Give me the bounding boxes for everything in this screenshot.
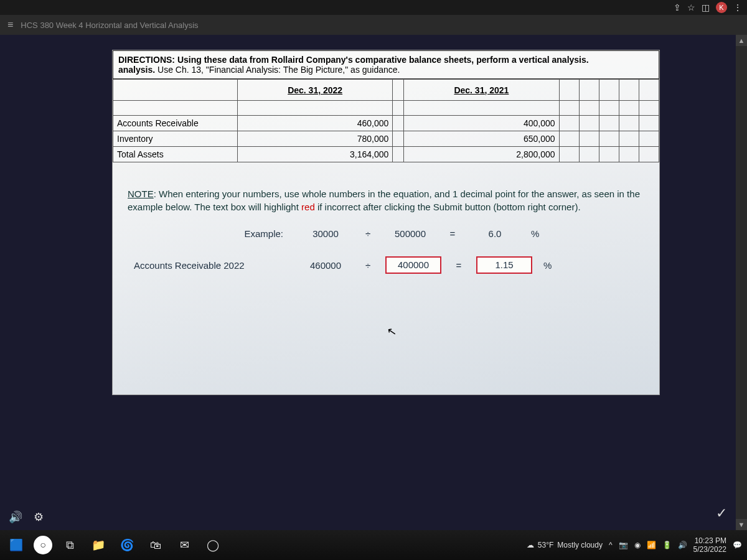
ar-a: 460000: [301, 260, 350, 271]
wifi-icon[interactable]: 📶: [647, 541, 656, 549]
chrome-icon[interactable]: ◯: [202, 534, 224, 556]
ar-label: Accounts Receivable 2022: [128, 260, 289, 271]
volume-icon[interactable]: 🔊: [678, 541, 687, 549]
divide-symbol: ÷: [362, 228, 374, 239]
date-text: 5/23/2022: [693, 545, 726, 554]
example-label: Example:: [128, 228, 289, 239]
clock[interactable]: 10:23 PM 5/23/2022: [693, 536, 726, 554]
divide-symbol: ÷: [362, 260, 374, 271]
document-title: HCS 380 Week 4 Horizontal and Vertical A…: [21, 21, 198, 30]
example-b: 500000: [385, 228, 435, 239]
store-icon[interactable]: 🛍: [144, 534, 167, 556]
document-title-bar: ≡ HCS 380 Week 4 Horizontal and Vertical…: [0, 15, 747, 35]
document-page: DIRECTIONS: Using these data from Rollai…: [112, 50, 660, 395]
row-val-2022: 3,164,000: [238, 147, 393, 162]
gear-icon[interactable]: ⚙: [34, 510, 44, 524]
equals-symbol: =: [446, 228, 459, 239]
audio-icon[interactable]: 🔊: [9, 510, 22, 524]
note-body2: if incorrect after clicking the Submit b…: [315, 202, 581, 212]
kebab-menu-icon[interactable]: ⋮: [733, 2, 742, 12]
directions-block: DIRECTIONS: Using these data from Rollai…: [113, 50, 659, 79]
chevron-up-icon[interactable]: ^: [609, 541, 613, 549]
hamburger-icon[interactable]: ≡: [7, 19, 13, 30]
note-prefix: NOTE: [128, 189, 154, 199]
row-val-2021: 650,000: [404, 131, 559, 147]
table-row: Inventory 780,000 650,000: [113, 131, 659, 147]
ar-answer-input[interactable]: 1.15: [476, 256, 532, 274]
browser-chrome-top: ⇪ ☆ ◫ K ⋮: [0, 0, 747, 15]
row-val-2021: 400,000: [404, 116, 559, 131]
share-icon[interactable]: ⇪: [674, 2, 681, 12]
extension-icon[interactable]: ◫: [702, 2, 710, 12]
col-header-2021: Dec. 31, 2021: [404, 80, 559, 101]
row-label: Accounts Receivable: [113, 116, 238, 131]
app-icon[interactable]: 🟦: [5, 534, 27, 556]
windows-taskbar: 🟦 ○ ⧉ 📁 🌀 🛍 ✉ ◯ ☁ 53°F Mostly cloudy ^ 📷…: [0, 530, 747, 560]
table-row: Total Assets 3,164,000 2,800,000: [113, 147, 659, 162]
time-text: 10:23 PM: [693, 536, 726, 545]
directions-label: DIRECTIONS:: [118, 55, 175, 65]
directions-line2a: analysis.: [118, 65, 155, 75]
viewer-controls: 🔊 ⚙: [9, 510, 44, 524]
weather-widget[interactable]: ☁ 53°F Mostly cloudy: [527, 541, 603, 549]
weather-temp: 53°F: [538, 541, 553, 549]
location-icon[interactable]: ◉: [634, 541, 641, 549]
row-label: Total Assets: [113, 147, 238, 162]
weather-text: Mostly cloudy: [557, 541, 603, 549]
meet-now-icon[interactable]: 📷: [619, 541, 628, 549]
ar-b-input[interactable]: 400000: [385, 256, 441, 274]
vertical-scrollbar[interactable]: ▲ ▼: [736, 35, 747, 530]
note-block: NOTE: When entering your numbers, use wh…: [113, 162, 659, 220]
task-view-icon[interactable]: ⧉: [59, 534, 81, 556]
mail-icon[interactable]: ✉: [173, 534, 195, 556]
table-row: Accounts Receivable 460,000 400,000: [113, 116, 659, 131]
scroll-down-icon[interactable]: ▼: [736, 519, 747, 530]
weather-icon: ☁: [527, 541, 534, 549]
avatar[interactable]: K: [716, 2, 727, 13]
row-val-2022: 460,000: [238, 116, 393, 131]
document-viewer: DIRECTIONS: Using these data from Rollai…: [0, 35, 736, 530]
example-answer: 6.0: [470, 228, 520, 239]
directions-line1: Using these data from Rollaird Company's…: [175, 55, 589, 65]
percent-symbol: %: [543, 260, 558, 271]
document-whitespace: [113, 282, 659, 394]
balance-sheet-table: Dec. 31, 2022 Dec. 31, 2021 Accounts Rec…: [113, 79, 659, 162]
example-row: Example: 30000 ÷ 500000 = 6.0 %: [113, 220, 659, 248]
example-a: 30000: [301, 228, 350, 239]
col-header-2022: Dec. 31, 2022: [238, 80, 393, 101]
row-val-2022: 780,000: [238, 131, 393, 147]
directions-line2: Use Ch. 13, "Financial Analysis: The Big…: [155, 65, 400, 75]
search-icon[interactable]: ○: [34, 536, 52, 554]
scroll-up-icon[interactable]: ▲: [736, 35, 747, 46]
row-label: Inventory: [113, 131, 238, 147]
star-icon[interactable]: ☆: [687, 2, 695, 12]
edge-icon[interactable]: 🌀: [116, 534, 138, 556]
notifications-icon[interactable]: 💬: [733, 541, 742, 549]
note-red: red: [301, 202, 315, 212]
equals-symbol: =: [453, 260, 465, 271]
battery-icon[interactable]: 🔋: [662, 541, 672, 549]
submit-check-icon[interactable]: ✓: [716, 505, 727, 521]
file-explorer-icon[interactable]: 📁: [87, 534, 110, 556]
percent-symbol: %: [531, 228, 546, 239]
accounts-receivable-row: Accounts Receivable 2022 460000 ÷ 400000…: [113, 248, 659, 282]
row-val-2021: 2,800,000: [404, 147, 559, 162]
